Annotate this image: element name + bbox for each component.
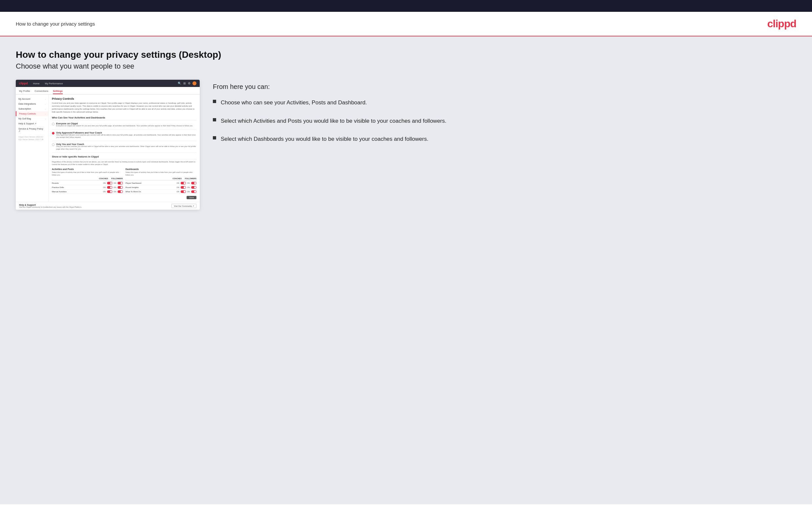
bullet-text-1: Choose who can see your Activities, Post… (221, 99, 367, 107)
radio-option-followers-coach[interactable]: Only Approved Followers and Your Coach O… (52, 131, 196, 141)
mini-logo: clippd (19, 82, 28, 85)
mini-tab-bar: My Profile Connections Settings (16, 87, 200, 95)
footer: Copyright Clippd 2022 (0, 504, 812, 507)
bullet-item-3: Select which Dashboards you would like t… (213, 135, 796, 144)
activities-table-header: COACHES FOLLOWERS (52, 177, 123, 180)
radio-everyone-desc: Everyone on Clippd can search for you an… (56, 125, 193, 127)
radio-followers-coach-desc: Only approved followers and coaches you … (56, 134, 196, 139)
toggle-manual-followers[interactable] (117, 190, 123, 193)
dashboards-table-desc: Select the types of activity that you'd … (125, 171, 196, 176)
toggle-what-to-work-coaches[interactable] (181, 190, 186, 193)
sidebar-item-my-account[interactable]: My Account› (16, 97, 48, 101)
bullet-list: Choose who can see your Activities, Post… (213, 99, 796, 144)
tab-my-profile[interactable]: My Profile (19, 89, 30, 94)
clippd-logo: clippd (767, 18, 796, 30)
page-heading: How to change your privacy settings (Des… (16, 50, 796, 60)
toggle-group-player-dash: ON ON (177, 182, 197, 184)
label-what-to-work-on: What To Work On (125, 191, 177, 192)
screenshot-area: clippd Home My Performance 🔍 ⊞ ⚙ My Prof… (16, 80, 200, 210)
sidebar-item-help-support[interactable]: Help & Support ↗ (16, 121, 48, 126)
radio-everyone-label: Everyone on Clippd (56, 122, 193, 125)
mini-nav-home[interactable]: Home (33, 82, 40, 85)
radio-only-you[interactable] (52, 144, 55, 146)
avatar-icon[interactable] (193, 81, 196, 85)
row-practice-drills: Practice Drills ON ON (52, 185, 123, 190)
activities-table-desc: Select the types of activity that you'd … (52, 171, 123, 176)
sidebar-item-my-golf-bag[interactable]: My Golf Bag› (16, 116, 48, 121)
header: How to change your privacy settings clip… (0, 12, 812, 37)
mini-ui: clippd Home My Performance 🔍 ⊞ ⚙ My Prof… (16, 80, 200, 210)
main-content: How to change your privacy settings (Des… (0, 37, 812, 504)
settings-icon[interactable]: ⚙ (188, 82, 191, 85)
radio-option-only-you[interactable]: Only You and Your Coach Only you and the… (52, 143, 196, 153)
toggle-what-to-work-followers[interactable] (191, 190, 196, 193)
mini-nav-performance[interactable]: My Performance (45, 82, 63, 85)
toggle-group-manual: ON ON (103, 190, 123, 193)
page-subheading: Choose what you want people to see (16, 62, 796, 70)
tables-row: Activities and Posts Select the types of… (52, 168, 196, 194)
sidebar-item-subscription[interactable]: Subscription› (16, 106, 48, 111)
toggle-player-dash-coaches[interactable] (181, 182, 186, 184)
radio-option-everyone[interactable]: Everyone on Clippd Everyone on Clippd ca… (52, 122, 196, 130)
radio-only-you-label: Only You and Your Coach (56, 143, 196, 146)
toggle-player-dash-followers[interactable] (191, 182, 196, 184)
privacy-controls-desc: Control how you and your data appears to… (52, 102, 196, 114)
row-rounds: Rounds ON ON (52, 181, 123, 185)
mini-navbar: clippd Home My Performance 🔍 ⊞ ⚙ (16, 80, 200, 87)
dashboards-table: Dashboards Select the types of activity … (125, 168, 196, 194)
bullet-square-3 (213, 136, 216, 139)
label-practice-drills: Practice Drills (52, 186, 103, 188)
bullet-text-2: Select which Activities and Posts you wo… (221, 117, 446, 125)
row-round-insights: Round Insights ON ON (125, 185, 196, 190)
mini-sidebar: My Account› Data Integrations› Subscript… (16, 95, 49, 202)
toggle-drills-coaches[interactable] (107, 186, 112, 189)
header-title: How to change your privacy settings (16, 21, 95, 26)
row-player-dashboard: Player Dashboard ON ON (125, 181, 196, 185)
radio-only-you-desc: Only you and the coaches you connect wit… (56, 146, 196, 150)
version-info: Clippd Client Version: 2022.8.2SQL Serve… (16, 134, 48, 143)
label-manual-activities: Manual Activities (52, 191, 103, 192)
toggle-round-insights-coaches[interactable] (181, 186, 186, 189)
right-column: From here you can: Choose who can see yo… (213, 80, 796, 153)
grid-icon[interactable]: ⊞ (183, 82, 186, 85)
sidebar-item-privacy-policy[interactable]: Service & Privacy Policy ↗ (16, 126, 48, 134)
radio-followers-coach-label: Only Approved Followers and Your Coach (56, 131, 196, 134)
search-icon[interactable]: 🔍 (178, 82, 181, 85)
row-manual-activities: Manual Activities ON ON (52, 190, 123, 194)
bullet-text-3: Select which Dashboards you would like t… (221, 135, 428, 144)
mini-help-bar: Help & Support Visit the Clippd communit… (16, 202, 200, 210)
label-round-insights: Round Insights (125, 186, 177, 188)
toggle-group-round-insights: ON ON (177, 186, 197, 189)
sidebar-item-data-integrations[interactable]: Data Integrations› (16, 101, 48, 106)
who-can-see-title: Who Can See Your Activities and Dashboar… (52, 116, 196, 120)
show-hide-desc: Regardless of the privacy controls that … (52, 161, 196, 166)
mini-body: My Account› Data Integrations› Subscript… (16, 95, 200, 202)
show-hide-title: Show or hide specific features in Clippd (52, 155, 196, 160)
toggle-manual-coaches[interactable] (107, 190, 112, 193)
radio-followers-coach[interactable] (52, 132, 55, 134)
toggle-round-insights-followers[interactable] (191, 186, 196, 189)
tab-connections[interactable]: Connections (35, 89, 48, 94)
save-button[interactable]: Save (187, 196, 196, 199)
bullet-square-2 (213, 118, 216, 121)
bullet-item-2: Select which Activities and Posts you wo… (213, 117, 796, 125)
privacy-controls-title: Privacy Controls (52, 97, 196, 100)
row-what-to-work-on: What To Work On ON ON (125, 190, 196, 194)
toggle-drills-followers[interactable] (117, 186, 123, 189)
toggle-group-rounds: ON ON (103, 182, 123, 184)
label-rounds: Rounds (52, 182, 103, 184)
tab-settings[interactable]: Settings (53, 89, 63, 94)
bullet-square-1 (213, 100, 216, 103)
dashboards-table-header: COACHES FOLLOWERS (125, 177, 196, 180)
toggle-rounds-followers[interactable] (117, 182, 123, 184)
sidebar-item-privacy-controls[interactable]: Privacy Controls› (16, 111, 48, 116)
save-row: Save (52, 196, 196, 199)
radio-everyone[interactable] (52, 123, 55, 125)
visit-community-button[interactable]: Visit Our Community ↗ (171, 204, 196, 208)
help-desc: Visit the Clippd community to troublesho… (19, 206, 82, 208)
toggle-rounds-coaches[interactable] (107, 182, 112, 184)
label-player-dashboard: Player Dashboard (125, 182, 177, 184)
help-label: Help & Support (19, 204, 82, 206)
top-bar (0, 0, 812, 12)
mini-main-panel: Privacy Controls Control how you and you… (49, 95, 200, 202)
